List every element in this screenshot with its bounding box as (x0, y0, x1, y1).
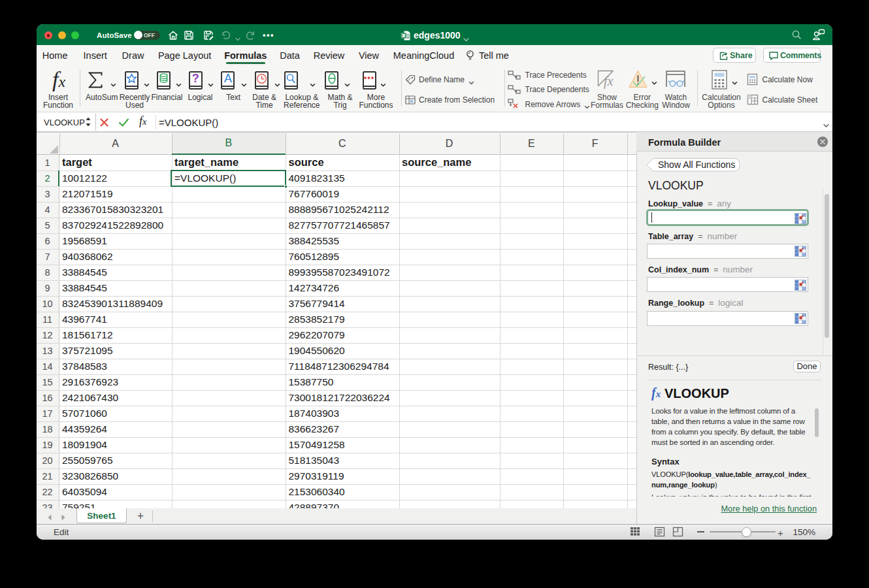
svg-text:fx: fx (604, 74, 614, 89)
svg-text:Show All Functions: Show All Functions (658, 159, 735, 170)
